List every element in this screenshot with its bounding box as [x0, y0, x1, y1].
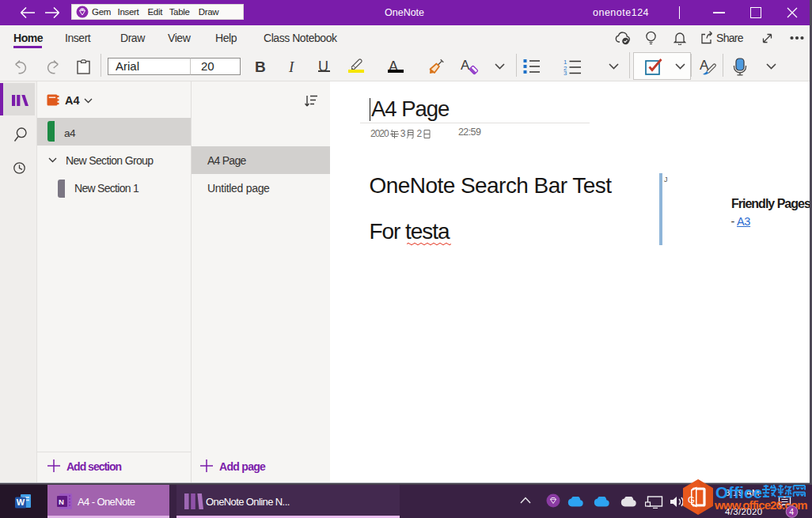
svg-text:N: N [59, 497, 64, 506]
svg-text:W: W [17, 497, 25, 507]
svg-text:3: 3 [563, 70, 567, 75]
svg-text:4: 4 [789, 508, 794, 516]
